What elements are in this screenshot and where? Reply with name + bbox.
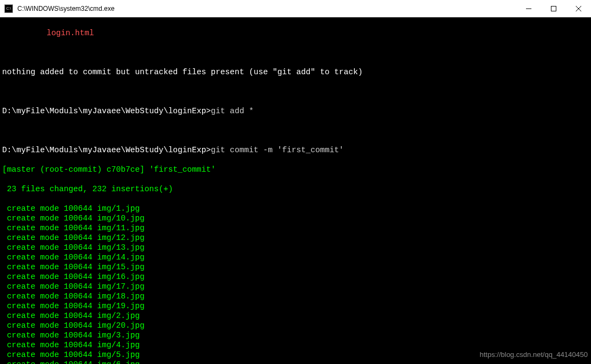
command-text: git add *: [211, 107, 254, 115]
create-mode-line: create mode 100644 img/15.jpg: [2, 262, 589, 272]
close-button[interactable]: [566, 0, 591, 17]
files-changed-line: 23 files changed, 232 insertions(+): [2, 184, 589, 194]
maximize-button[interactable]: [541, 0, 566, 17]
svg-rect-1: [551, 6, 556, 11]
create-mode-line: create mode 100644 img/16.jpg: [2, 272, 589, 282]
create-mode-line: create mode 100644 img/11.jpg: [2, 223, 589, 233]
blank-line: [2, 126, 589, 135]
create-mode-line: create mode 100644 img/4.jpg: [2, 340, 589, 350]
cmd-icon-label: C:\: [7, 6, 11, 10]
create-mode-line: create mode 100644 img/6.jpg: [2, 360, 589, 364]
create-mode-line: create mode 100644 img/19.jpg: [2, 301, 589, 311]
create-mode-line: create mode 100644 img/12.jpg: [2, 233, 589, 243]
untracked-file-line: login.html: [2, 28, 589, 38]
prompt: D:\myFile\Moduls\myJavaee\WebStudy\login…: [2, 107, 211, 115]
prompt: D:\myFile\Moduls\myJavaee\WebStudy\login…: [2, 146, 211, 154]
create-mode-line: create mode 100644 img/18.jpg: [2, 291, 589, 301]
window-title: C:\WINDOWS\system32\cmd.exe: [17, 5, 516, 12]
window-titlebar: C:\ C:\WINDOWS\system32\cmd.exe: [0, 0, 591, 17]
command-line: D:\myFile\Moduls\myJavaee\WebStudy\login…: [2, 145, 589, 155]
watermark-text: https://blog.csdn.net/qq_44140450: [480, 350, 588, 360]
blank-line: [2, 48, 589, 57]
create-mode-list: create mode 100644 img/1.jpg create mode…: [2, 204, 589, 364]
minimize-button[interactable]: [516, 0, 541, 17]
create-mode-line: create mode 100644 img/10.jpg: [2, 213, 589, 223]
window-controls: [516, 0, 591, 17]
command-text: git commit -m 'first_commit': [211, 146, 343, 154]
cmd-icon: C:\: [4, 4, 13, 13]
status-message: nothing added to commit but untracked fi…: [2, 67, 589, 77]
blank-line: [2, 87, 589, 96]
terminal-output[interactable]: login.html nothing added to commit but u…: [0, 17, 591, 364]
create-mode-line: create mode 100644 img/20.jpg: [2, 321, 589, 330]
commit-header: [master (root-commit) c70b7ce] 'first_co…: [2, 165, 589, 174]
create-mode-line: create mode 100644 img/14.jpg: [2, 252, 589, 262]
create-mode-line: create mode 100644 img/1.jpg: [2, 204, 589, 213]
command-line: D:\myFile\Moduls\myJavaee\WebStudy\login…: [2, 106, 589, 116]
create-mode-line: create mode 100644 img/3.jpg: [2, 330, 589, 340]
create-mode-line: create mode 100644 img/13.jpg: [2, 243, 589, 252]
create-mode-line: create mode 100644 img/2.jpg: [2, 311, 589, 321]
create-mode-line: create mode 100644 img/17.jpg: [2, 282, 589, 291]
